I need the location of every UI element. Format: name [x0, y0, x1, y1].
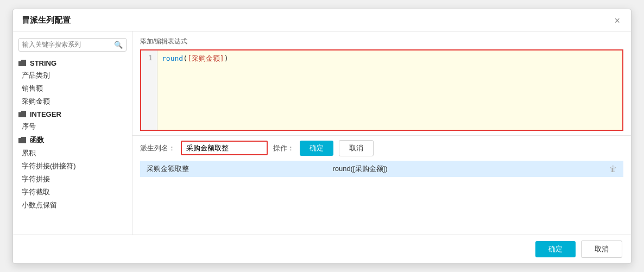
- sidebar-item-seq[interactable]: 序号: [13, 120, 132, 133]
- sidebar: 🔍 STRING 产品类别 销售额 采购金额 INTEGER 序号: [13, 31, 132, 235]
- tree-group-integer[interactable]: INTEGER: [13, 108, 132, 120]
- dialog-title: 冒派生列配置: [22, 15, 71, 26]
- footer-confirm-button[interactable]: 确定: [535, 241, 576, 257]
- dialog-header: 冒派生列配置 ×: [13, 9, 631, 31]
- bottom-section: 派生列名： 操作： 确定 取消 采购金额取整 round([采购金额]) 🗑: [132, 135, 631, 181]
- code-editor[interactable]: 1 round([采购金额]): [140, 49, 623, 131]
- derived-name-input[interactable]: [181, 141, 268, 155]
- inline-confirm-button[interactable]: 确定: [300, 141, 333, 156]
- dialog-body: 🔍 STRING 产品类别 销售额 采购金额 INTEGER 序号: [13, 31, 631, 235]
- sidebar-item-product-category[interactable]: 产品类别: [13, 69, 132, 82]
- table-row: 采购金额取整 round([采购金额]) 🗑: [140, 161, 623, 177]
- row-name: 采购金额取整: [140, 161, 326, 177]
- folder-icon-integer: [18, 111, 26, 117]
- tree-group-functions[interactable]: 函数: [13, 133, 132, 147]
- folder-icon-string: [18, 60, 26, 66]
- result-table: 采购金额取整 round([采购金额]) 🗑: [140, 161, 623, 177]
- sidebar-item-substr[interactable]: 字符截取: [13, 186, 132, 199]
- sidebar-item-purchase[interactable]: 采购金额: [13, 95, 132, 108]
- inline-cancel-button[interactable]: 取消: [339, 140, 374, 156]
- delete-icon[interactable]: 🗑: [609, 165, 617, 173]
- footer-cancel-button[interactable]: 取消: [581, 241, 622, 258]
- op-label: 操作：: [273, 143, 294, 153]
- sidebar-item-sales[interactable]: 销售额: [13, 82, 132, 95]
- derived-label: 派生列名：: [140, 143, 175, 153]
- close-button[interactable]: ×: [612, 15, 622, 27]
- sidebar-item-cumsum[interactable]: 累积: [13, 147, 132, 160]
- dialog: 冒派生列配置 × 🔍 STRING 产品类别 销售额 采购金额: [12, 9, 632, 264]
- sidebar-item-concat-sep[interactable]: 字符拼接(拼接符): [13, 160, 132, 173]
- form-row: 派生列名： 操作： 确定 取消: [140, 140, 623, 156]
- code-content[interactable]: round([采购金额]): [157, 50, 622, 130]
- line-number: 1: [141, 50, 157, 130]
- search-input[interactable]: [22, 41, 114, 48]
- search-icon: 🔍: [114, 41, 123, 49]
- editor-section: 添加/编辑表达式 1 round([采购金额]): [132, 31, 631, 135]
- content: 添加/编辑表达式 1 round([采购金额]) 派生列名： 操作： 确定 取消: [132, 31, 631, 235]
- folder-icon-functions: [18, 137, 26, 143]
- sidebar-item-round[interactable]: 小数点保留: [13, 199, 132, 212]
- sidebar-item-concat[interactable]: 字符拼接: [13, 173, 132, 186]
- row-expression: round([采购金额]): [326, 161, 554, 177]
- dialog-footer: 确定 取消: [13, 235, 631, 263]
- editor-label: 添加/编辑表达式: [140, 37, 623, 46]
- search-box[interactable]: 🔍: [18, 38, 127, 52]
- row-delete[interactable]: 🗑: [554, 161, 623, 177]
- tree-group-string[interactable]: STRING: [13, 57, 132, 69]
